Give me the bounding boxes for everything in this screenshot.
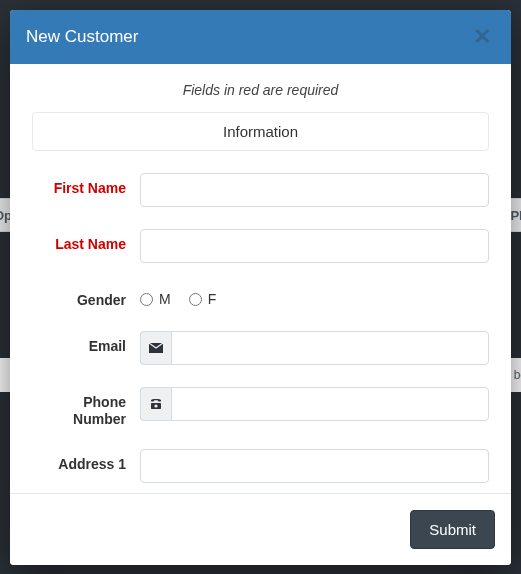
- label-last-name: Last Name: [32, 229, 140, 253]
- new-customer-modal: New Customer ✕ Fields in red are require…: [10, 10, 511, 565]
- label-address-1: Address 1: [32, 449, 140, 473]
- submit-button[interactable]: Submit: [410, 510, 495, 549]
- label-first-name: First Name: [32, 173, 140, 197]
- row-email: Email: [32, 331, 489, 365]
- gender-label-f: F: [208, 291, 217, 307]
- address-1-field[interactable]: [140, 449, 489, 483]
- last-name-field[interactable]: [140, 229, 489, 263]
- gender-option-m[interactable]: M: [140, 291, 171, 307]
- tab-information-label: Information: [33, 113, 488, 150]
- row-address-1: Address 1: [32, 449, 489, 483]
- row-last-name: Last Name: [32, 229, 489, 263]
- row-phone: Phone Number: [32, 387, 489, 428]
- modal-title: New Customer: [26, 27, 469, 47]
- tab-information[interactable]: Information: [32, 112, 489, 151]
- label-gender: Gender: [32, 285, 140, 309]
- phone-icon: [140, 387, 171, 421]
- bg-col-right: Ph: [510, 208, 521, 223]
- bg-row-right: bo: [514, 368, 521, 382]
- modal-body: Fields in red are required Information F…: [10, 64, 511, 493]
- first-name-field[interactable]: [140, 173, 489, 207]
- svg-point-1: [154, 404, 157, 407]
- label-email: Email: [32, 331, 140, 355]
- required-hint: Fields in red are required: [32, 82, 489, 98]
- close-icon[interactable]: ✕: [469, 22, 495, 52]
- envelope-icon: [140, 331, 171, 365]
- gender-label-m: M: [159, 291, 171, 307]
- gender-radio-f[interactable]: [189, 293, 202, 306]
- label-phone: Phone Number: [32, 387, 140, 428]
- gender-radio-m[interactable]: [140, 293, 153, 306]
- email-field[interactable]: [171, 331, 489, 365]
- modal-scroll[interactable]: Fields in red are required Information F…: [10, 64, 511, 493]
- modal-footer: Submit: [10, 493, 511, 565]
- modal-header: New Customer ✕: [10, 10, 511, 64]
- row-gender: Gender M F: [32, 285, 489, 309]
- gender-option-f[interactable]: F: [189, 291, 217, 307]
- row-first-name: First Name: [32, 173, 489, 207]
- gender-radio-group: M F: [140, 285, 489, 307]
- phone-number-field[interactable]: [171, 387, 489, 421]
